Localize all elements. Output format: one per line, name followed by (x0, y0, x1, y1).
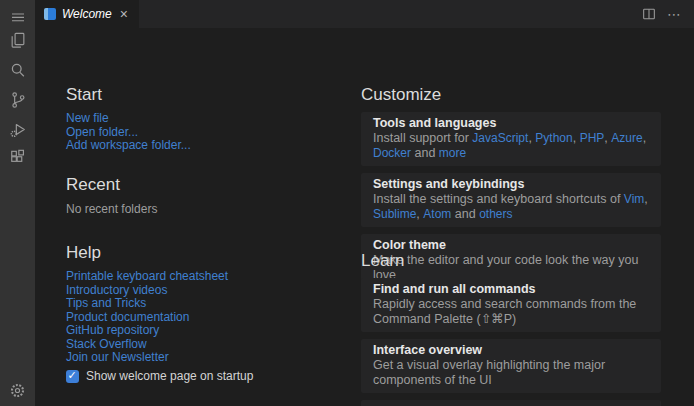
card-title: Tools and languages (373, 116, 649, 131)
card-title: Find and run all commands (373, 282, 649, 297)
close-icon[interactable]: × (118, 6, 130, 22)
card-description: Get a visual overlay highlighting the ma… (373, 358, 649, 388)
desc-text: Rapidly access and search commands from … (373, 297, 636, 326)
inline-link[interactable]: Sublime (373, 207, 416, 221)
welcome-right-column: Customize Tools and languagesInstall sup… (361, 28, 661, 406)
inline-link[interactable]: Docker (373, 146, 411, 160)
learn-heading: Learn (361, 250, 661, 272)
card-description: Install the settings and keyboard shortc… (373, 192, 649, 222)
help-link[interactable]: Join our Newsletter (66, 351, 346, 365)
start-section: Start New fileOpen folder...Add workspac… (66, 84, 346, 153)
desc-text: , (644, 192, 647, 206)
card-description: Install support for JavaScript, Python, … (373, 131, 649, 161)
inline-link[interactable]: Vim (624, 192, 644, 206)
help-links: Printable keyboard cheatsheetIntroductor… (66, 270, 346, 365)
start-heading: Start (66, 84, 346, 106)
inline-link[interactable]: JavaScript (472, 131, 528, 145)
customize-heading: Customize (361, 84, 661, 106)
card-interactive-playground[interactable]: Interactive playgroundTry out essential … (361, 400, 661, 406)
inline-link[interactable]: others (479, 207, 512, 221)
extensions-icon[interactable] (0, 145, 35, 171)
welcome-file-icon (44, 8, 56, 20)
learn-section: Learn Find and run all commandsRapidly a… (361, 250, 661, 406)
welcome-left-column: Start New fileOpen folder...Add workspac… (66, 28, 346, 406)
start-link[interactable]: Open folder... (66, 126, 346, 140)
run-debug-icon[interactable] (0, 117, 35, 143)
help-link[interactable]: Tips and Tricks (66, 297, 346, 311)
activity-bar (0, 0, 35, 406)
split-editor-icon[interactable] (641, 6, 657, 22)
desc-text: , (573, 131, 580, 145)
desc-text: , (643, 131, 646, 145)
inline-link[interactable]: Azure (611, 131, 642, 145)
source-control-icon[interactable] (0, 87, 35, 113)
inline-link[interactable]: Python (535, 131, 572, 145)
inline-link[interactable]: PHP (580, 131, 605, 145)
card-title: Interface overview (373, 343, 649, 358)
inline-link[interactable]: Atom (423, 207, 451, 221)
help-link[interactable]: Product documentation (66, 311, 346, 325)
help-link[interactable]: Printable keyboard cheatsheet (66, 270, 346, 284)
checkbox-icon[interactable] (66, 370, 79, 383)
learn-cards: Find and run all commandsRapidly access … (361, 278, 661, 406)
more-actions-icon[interactable]: ⋯ (667, 7, 682, 21)
inline-link[interactable]: more (439, 146, 466, 160)
desc-text: Install the settings and keyboard shortc… (373, 192, 624, 206)
start-link[interactable]: New file (66, 112, 346, 126)
card-title: Settings and keybindings (373, 177, 649, 192)
search-icon[interactable] (0, 57, 35, 83)
checkbox-label: Show welcome page on startup (86, 369, 253, 383)
explorer-icon[interactable] (0, 27, 35, 53)
welcome-page: Start New fileOpen folder...Add workspac… (35, 28, 694, 406)
recent-section: Recent No recent folders (66, 174, 346, 217)
desc-text: Install support for (373, 131, 472, 145)
card-interface-overview[interactable]: Interface overviewGet a visual overlay h… (361, 339, 661, 393)
card-description: Rapidly access and search commands from … (373, 297, 649, 327)
card-settings-and-keybindings[interactable]: Settings and keybindingsInstall the sett… (361, 173, 661, 227)
startup-section: Show welcome page on startup (66, 369, 346, 383)
start-link[interactable]: Add workspace folder... (66, 139, 346, 153)
card-find-and-run-all-commands[interactable]: Find and run all commandsRapidly access … (361, 278, 661, 332)
tab-bar: Welcome × ⋯ (35, 0, 694, 28)
help-link[interactable]: Introductory videos (66, 284, 346, 298)
desc-text: and (451, 207, 479, 221)
start-links: New fileOpen folder...Add workspace fold… (66, 112, 346, 153)
recent-empty-text: No recent folders (66, 202, 346, 217)
desc-text: and (411, 146, 439, 160)
editor-actions: ⋯ (641, 0, 694, 28)
recent-heading: Recent (66, 174, 346, 196)
help-section: Help Printable keyboard cheatsheetIntrod… (66, 242, 346, 365)
tab-welcome[interactable]: Welcome × (35, 0, 139, 28)
help-link[interactable]: GitHub repository (66, 324, 346, 338)
vscode-window: Welcome × ⋯ Start New fileOpen folder...… (0, 0, 694, 406)
desc-text: Get a visual overlay highlighting the ma… (373, 358, 605, 387)
show-welcome-checkbox-row[interactable]: Show welcome page on startup (66, 369, 346, 383)
tab-label: Welcome (62, 7, 112, 21)
help-heading: Help (66, 242, 346, 264)
help-link[interactable]: Stack Overflow (66, 338, 346, 352)
settings-gear-icon[interactable] (0, 377, 35, 403)
card-tools-and-languages[interactable]: Tools and languagesInstall support for J… (361, 112, 661, 166)
